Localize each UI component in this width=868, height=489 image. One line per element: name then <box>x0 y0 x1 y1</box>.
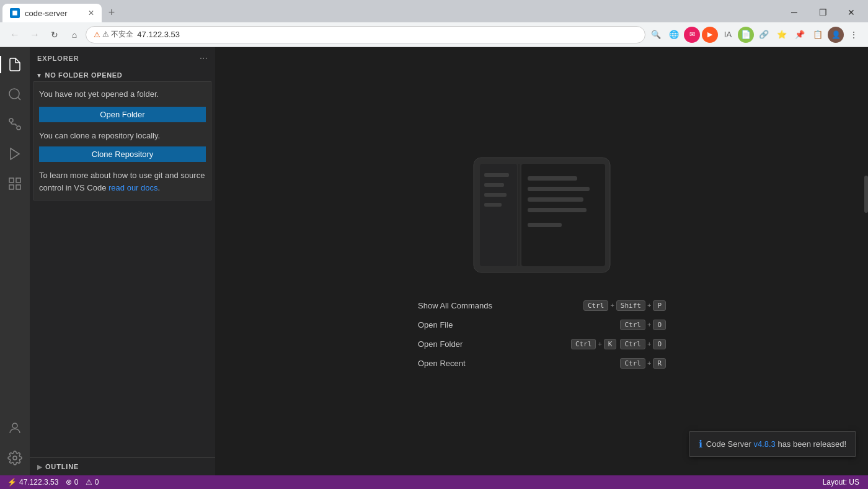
vscode-illustration <box>471 155 613 276</box>
notification-text: Code Server v4.8.3 has been released! <box>706 439 846 449</box>
svg-rect-23 <box>528 223 562 227</box>
tab-title: code-server <box>25 9 83 18</box>
settings-icon <box>7 451 22 465</box>
kbd-group-open-file: Ctrl + O <box>620 320 666 330</box>
no-folder-title: NO FOLDER OPENED <box>45 71 123 79</box>
extension-icon-3[interactable]: ✉ <box>684 27 700 43</box>
explorer-header: EXPLORER ··· <box>30 47 215 69</box>
browser-tab[interactable]: code-server ✕ <box>2 4 102 22</box>
kbd-ctrl: Ctrl <box>620 358 645 369</box>
activity-search[interactable] <box>0 79 30 109</box>
notification-info-icon: ℹ <box>699 438 702 450</box>
status-address[interactable]: ⚡ 47.122.3.53 <box>5 475 61 489</box>
restore-button[interactable]: ❐ <box>808 4 837 21</box>
activity-accounts[interactable] <box>0 413 30 443</box>
svg-rect-12 <box>480 164 517 266</box>
kbd-group-open-recent: Ctrl + R <box>620 358 666 369</box>
home-button[interactable]: ⌂ <box>66 26 83 43</box>
extensions-icon <box>7 176 22 191</box>
svg-rect-15 <box>484 193 507 197</box>
shortcut-open-recent: Open Recent Ctrl + R <box>418 358 666 369</box>
minimize-button[interactable]: ─ <box>780 4 808 21</box>
svg-rect-6 <box>16 178 20 182</box>
no-folder-text: You have not yet opened a folder. <box>39 88 206 101</box>
user-avatar[interactable]: 👤 <box>828 27 844 43</box>
kbd-r: R <box>653 358 666 369</box>
extension-icon-1[interactable]: 🔍 <box>648 27 664 43</box>
accounts-icon <box>7 421 22 436</box>
status-errors[interactable]: ⊗ 0 <box>63 475 81 489</box>
security-warning-icon: ⚠ ⚠ 不安全 <box>94 29 133 40</box>
notification-toast: ℹ Code Server v4.8.3 has been released! <box>689 431 856 457</box>
status-warnings[interactable]: ⚠ 0 <box>83 475 101 489</box>
extension-icon-2[interactable]: 🌐 <box>666 27 682 43</box>
remote-icon: ⚡ <box>7 478 17 487</box>
kbd-o: O <box>653 320 666 330</box>
outline-chevron-icon: ▶ <box>37 464 43 470</box>
kbd-shift: Shift <box>616 300 645 311</box>
close-button[interactable]: ✕ <box>837 4 866 21</box>
svg-line-1 <box>18 97 20 100</box>
kbd-p: P <box>653 300 666 311</box>
activity-bar <box>0 47 30 475</box>
welcome-content: Show All Commands Ctrl + Shift + P Open … <box>418 155 666 369</box>
source-control-icon <box>7 117 22 132</box>
activity-run[interactable] <box>0 139 30 169</box>
shortcuts-section: Show All Commands Ctrl + Shift + P Open … <box>418 300 666 369</box>
svg-rect-21 <box>528 197 583 202</box>
browser-nav: ← → ↻ ⌂ ⚠ ⚠ 不安全 47.122.3.53 🔍 🌐 ✉ ▶ IA 📄… <box>0 22 868 47</box>
svg-rect-13 <box>484 173 509 177</box>
svg-rect-22 <box>528 208 587 212</box>
files-icon <box>7 57 22 72</box>
extension-icon-5[interactable]: IA <box>720 27 736 43</box>
outline-header[interactable]: ▶ OUTLINE <box>35 460 210 473</box>
scrollbar-hint <box>864 176 868 213</box>
clone-repo-text: You can clone a repository locally. <box>39 130 206 142</box>
svg-point-9 <box>12 423 17 428</box>
back-button[interactable]: ← <box>6 26 24 43</box>
no-folder-header[interactable]: ▼ NO FOLDER OPENED <box>32 69 213 81</box>
new-tab-button[interactable]: + <box>103 4 120 21</box>
kbd-ctrl: Ctrl <box>571 339 596 349</box>
svg-rect-19 <box>528 176 577 181</box>
activity-extensions[interactable] <box>0 169 30 199</box>
no-folder-section: ▼ NO FOLDER OPENED You have not yet open… <box>32 69 213 200</box>
activity-source-control[interactable] <box>0 109 30 139</box>
sidebar: EXPLORER ··· ▼ NO FOLDER OPENED You have… <box>30 47 216 475</box>
status-address-text: 47.122.3.53 <box>19 478 58 487</box>
notification-version-link[interactable]: v4.8.3 <box>753 439 775 449</box>
clone-repository-button[interactable]: Clone Repository <box>39 146 206 162</box>
outline-section: ▶ OUTLINE <box>30 457 215 475</box>
status-bar: ⚡ 47.122.3.53 ⊗ 0 ⚠ 0 Layout: US <box>0 475 868 489</box>
extension-icon-7[interactable]: 🔗 <box>756 27 772 43</box>
extension-icon-10[interactable]: 📋 <box>810 27 826 43</box>
forward-button[interactable]: → <box>26 26 43 43</box>
explorer-active-indicator <box>0 56 1 73</box>
activity-explorer[interactable] <box>0 50 30 79</box>
status-warnings-text: ⚠ 0 <box>86 478 99 487</box>
kbd-o: O <box>653 339 666 349</box>
extension-icon-6[interactable]: 📄 <box>738 27 754 43</box>
shortcut-label: Open Folder <box>418 339 463 349</box>
status-layout[interactable]: Layout: US <box>819 478 863 487</box>
shortcut-open-folder: Open Folder Ctrl + K Ctrl + O <box>418 339 666 349</box>
activity-settings[interactable] <box>0 443 30 473</box>
address-bar[interactable]: ⚠ ⚠ 不安全 47.122.3.53 <box>86 26 645 43</box>
extension-icon-9[interactable]: 📌 <box>792 27 808 43</box>
svg-rect-16 <box>484 203 502 207</box>
read-docs-link[interactable]: read our docs <box>108 183 158 192</box>
shortcut-open-file: Open File Ctrl + O <box>418 320 666 330</box>
outline-title: OUTLINE <box>45 463 79 470</box>
open-folder-button[interactable]: Open Folder <box>39 107 206 122</box>
browser-menu-button[interactable]: ⋮ <box>846 27 862 43</box>
reload-button[interactable]: ↻ <box>46 26 63 43</box>
svg-point-3 <box>9 119 13 122</box>
svg-rect-14 <box>484 183 504 187</box>
kbd-k: K <box>604 339 617 349</box>
extension-icon-4[interactable]: ▶ <box>702 27 718 43</box>
svg-marker-4 <box>11 148 19 159</box>
tab-icon <box>10 8 20 18</box>
extension-icon-8[interactable]: ⭐ <box>774 27 790 43</box>
explorer-more-actions[interactable]: ··· <box>200 53 208 64</box>
tab-close-icon[interactable]: ✕ <box>88 9 94 17</box>
